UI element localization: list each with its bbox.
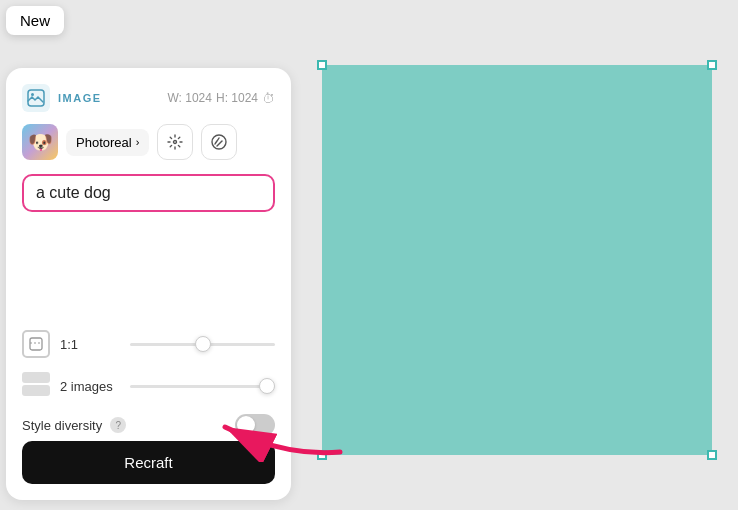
image-header: IMAGE W: 1024 H: 1024 ⏱ (22, 84, 275, 112)
svg-point-2 (174, 141, 177, 144)
svg-rect-4 (30, 338, 42, 350)
model-name-label: Photoreal (76, 135, 132, 150)
chevron-right-icon: › (136, 136, 140, 148)
prompt-text: a cute dog (36, 184, 111, 201)
model-row: 🐶 Photoreal › (22, 124, 275, 160)
handle-bottom-right[interactable] (707, 450, 717, 460)
ratio-row: 1:1 (22, 330, 275, 358)
handle-top-left[interactable] (317, 60, 327, 70)
ratio-slider[interactable] (130, 343, 275, 346)
model-thumbnail: 🐶 (22, 124, 58, 160)
new-tooltip-label: New (20, 12, 50, 29)
svg-point-1 (31, 93, 34, 96)
clock-icon: ⏱ (262, 91, 275, 106)
image-type-icon (22, 84, 50, 112)
canvas-area (305, 20, 728, 500)
style-icon-button[interactable] (201, 124, 237, 160)
images-label: 2 images (60, 379, 120, 394)
new-tooltip: New (6, 6, 64, 35)
dimension-info: W: 1024 H: 1024 ⏱ (167, 91, 275, 106)
settings-icon-button[interactable] (157, 124, 193, 160)
ratio-label: 1:1 (60, 337, 120, 352)
style-diversity-label: Style diversity (22, 418, 102, 433)
svg-point-3 (212, 135, 226, 149)
arrow-indicator (185, 372, 345, 462)
image-label: IMAGE (58, 92, 102, 104)
model-select-button[interactable]: Photoreal › (66, 129, 149, 156)
ratio-icon (22, 330, 50, 358)
handle-top-right[interactable] (707, 60, 717, 70)
images-icon (22, 372, 50, 400)
help-badge[interactable]: ? (110, 417, 126, 433)
canvas-box[interactable] (322, 65, 712, 455)
width-value: W: 1024 (167, 91, 211, 105)
height-value: H: 1024 (216, 91, 258, 105)
prompt-box[interactable]: a cute dog (22, 174, 275, 212)
